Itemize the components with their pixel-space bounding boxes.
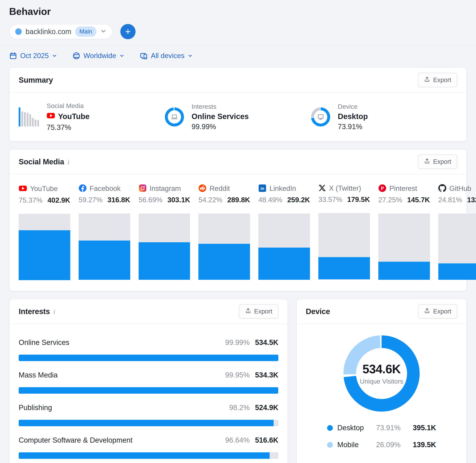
- social-network-name: Reddit: [210, 185, 230, 193]
- social-media-export-button[interactable]: Export: [418, 154, 457, 169]
- social-bar-fill: [139, 242, 190, 280]
- interest-label: Computer Software & Development: [19, 436, 132, 444]
- summary-value: 73.91%: [338, 123, 368, 131]
- youtube-icon: [19, 184, 27, 193]
- interests-export-button[interactable]: Export: [239, 304, 278, 319]
- main-badge: Main: [75, 27, 96, 37]
- interest-label: Mass Media: [19, 371, 58, 379]
- social-network-percent: 27.25%: [378, 196, 402, 204]
- interest-row: Computer Software & Development 96.64% 5…: [19, 436, 278, 459]
- social-bar-fill: [198, 244, 250, 280]
- summary-item-device: Device Desktop 73.91%: [311, 103, 457, 131]
- social-network-percent: 56.69%: [139, 196, 163, 204]
- social-network-percent: 33.57%: [318, 196, 342, 204]
- svg-text:P: P: [381, 186, 384, 191]
- social-bar-fill: [19, 230, 70, 280]
- interest-bar-fill: [19, 355, 278, 361]
- social-network-percent: 75.37%: [19, 196, 43, 204]
- interest-percent: 98.2%: [229, 404, 250, 412]
- location-filter-label: Worldwide: [83, 52, 116, 60]
- social-network-name: LinkedIn: [269, 185, 296, 193]
- legend-item-desktop: Desktop: [327, 424, 364, 432]
- reddit-icon: [198, 184, 206, 193]
- add-domain-button[interactable]: +: [120, 24, 136, 39]
- chevron-down-icon: [119, 53, 124, 58]
- legend-visitors: 139.5K: [413, 441, 436, 449]
- summary-value: 99.99%: [192, 123, 249, 131]
- summary-title: Summary: [19, 76, 53, 84]
- calendar-icon: [9, 52, 17, 60]
- social-column-facebook: Facebook 59.27% 316.8K: [79, 184, 130, 280]
- social-bar-track: [318, 213, 370, 279]
- device-export-button[interactable]: Export: [418, 304, 457, 319]
- social-media-title: Social Media: [19, 158, 64, 166]
- summary-card: Summary Export Social Media YouTube 75.3: [9, 67, 467, 142]
- page-title: Behavior: [9, 0, 467, 17]
- social-bar-track: [258, 214, 310, 280]
- info-icon[interactable]: i: [68, 158, 70, 166]
- interest-bar-track: [19, 355, 278, 361]
- chevron-down-icon: [187, 53, 193, 58]
- legend-percent: 73.91%: [376, 424, 401, 432]
- summary-export-button[interactable]: Export: [418, 73, 457, 87]
- social-column-pinterest: P Pinterest 27.25% 145.7K: [378, 184, 430, 280]
- social-bar-track: [139, 214, 190, 280]
- date-filter-label: Oct 2025: [20, 52, 49, 60]
- interest-percent: 99.95%: [225, 371, 250, 379]
- interests-title: Interests: [19, 307, 50, 316]
- social-column-instagram: Instagram 56.69% 303.1K: [139, 184, 190, 280]
- social-bar-track: [378, 214, 430, 280]
- social-column-x-twitter: X (Twitter) 33.57% 179.5K: [318, 184, 370, 280]
- instagram-icon: [139, 184, 147, 193]
- chevron-down-icon: [100, 28, 107, 35]
- interest-row: Mass Media 99.95% 534.3K: [19, 371, 278, 394]
- legend-item-mobile: Mobile: [327, 441, 364, 449]
- domain-selector[interactable]: backlinko.com Main: [9, 24, 113, 39]
- legend-percent: 26.09%: [376, 441, 401, 449]
- social-bar-fill: [79, 240, 130, 280]
- legend-dot-icon: [327, 425, 333, 431]
- social-bar-track: [198, 214, 250, 280]
- devices-filter[interactable]: All devices: [140, 52, 193, 60]
- social-network-visitors: 316.8K: [107, 196, 130, 204]
- social-network-name: Facebook: [90, 185, 121, 193]
- social-bar-fill: [258, 248, 310, 280]
- social-network-visitors: 179.5K: [347, 196, 370, 204]
- summary-value: 75.37%: [47, 124, 89, 132]
- social-network-visitors: 132.6K: [467, 196, 476, 204]
- svg-text:in: in: [260, 186, 264, 191]
- social-network-visitors: 145.7K: [407, 196, 430, 204]
- date-filter[interactable]: Oct 2025: [9, 52, 57, 60]
- legend-dot-icon: [327, 442, 333, 448]
- social-column-youtube: YouTube 75.37% 402.9K: [19, 184, 70, 280]
- interest-bar-fill: [19, 420, 273, 426]
- social-bar-track: [19, 214, 70, 280]
- upload-icon: [245, 308, 251, 315]
- device-donut-icon: [311, 107, 330, 126]
- profile-row: backlinko.com Main +: [9, 24, 467, 39]
- interest-percent: 99.99%: [225, 338, 250, 347]
- info-icon[interactable]: i: [53, 308, 55, 316]
- social-network-name: YouTube: [30, 185, 58, 193]
- unique-visitors-label: Unique Visitors: [360, 378, 403, 385]
- unique-visitors-value: 534.6K: [362, 362, 401, 376]
- social-column-reddit: Reddit 54.22% 289.8K: [198, 184, 250, 280]
- location-filter[interactable]: Worldwide: [72, 52, 124, 60]
- social-network-visitors: 402.9K: [48, 196, 70, 204]
- social-network-visitors: 303.1K: [167, 196, 190, 204]
- summary-name: Online Services: [192, 112, 249, 121]
- interest-row: Online Services 99.99% 534.5K: [19, 338, 278, 361]
- chevron-down-icon: [52, 53, 57, 58]
- youtube-icon: [47, 111, 55, 122]
- social-network-name: GitHub: [449, 185, 471, 193]
- legend-label: Mobile: [337, 441, 359, 449]
- social-column-github: GitHub 24.81% 132.6K: [438, 184, 476, 280]
- devices-icon: [140, 52, 148, 60]
- device-card: Device Export 534.6K Unique Visitors: [296, 299, 467, 463]
- summary-name: Desktop: [338, 112, 368, 121]
- interest-bar-track: [19, 420, 278, 426]
- social-network-visitors: 259.2K: [287, 196, 310, 204]
- social-network-percent: 24.81%: [438, 196, 462, 204]
- filters-row: Oct 2025 Worldwide All devices: [9, 52, 467, 60]
- legend-label: Desktop: [337, 424, 364, 432]
